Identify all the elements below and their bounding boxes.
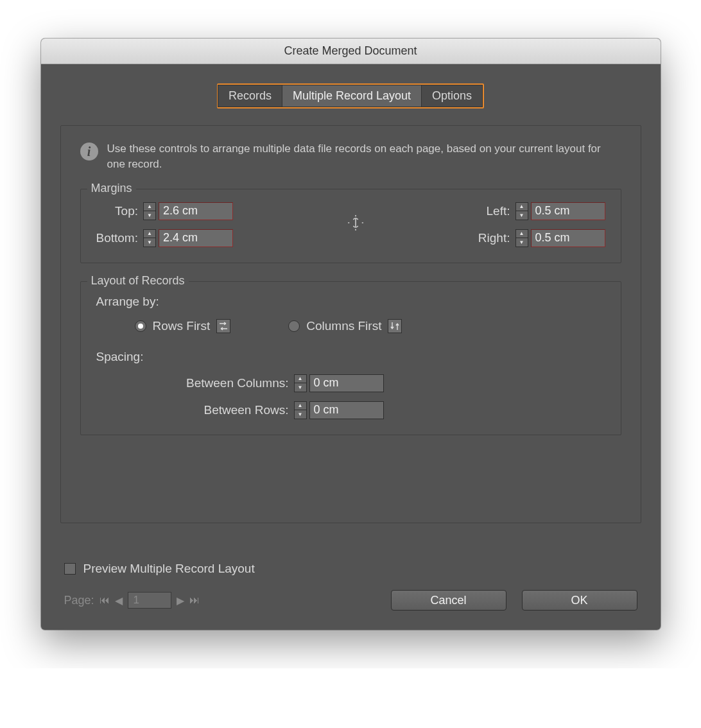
margin-right-input[interactable] [531, 229, 605, 247]
ok-button[interactable]: OK [522, 590, 637, 611]
arrange-by-radios: Rows First Columns First [135, 319, 605, 333]
margin-left-row: Left: ▲ ▼ [478, 202, 605, 220]
radio-icon [135, 320, 146, 332]
chevron-up-icon[interactable]: ▲ [144, 203, 155, 212]
dialog-title: Create Merged Document [284, 44, 417, 58]
rows-first-icon [216, 319, 230, 333]
info-text: Use these controls to arrange multiple d… [107, 141, 621, 172]
margin-left-label: Left: [487, 204, 510, 218]
margins-left-column: Top: ▲ ▼ Bottom: ▲ ▼ [96, 202, 233, 247]
radio-rows-first[interactable]: Rows First [135, 319, 231, 333]
margin-top-stepper[interactable]: ▲ ▼ [143, 202, 156, 220]
columns-first-label: Columns First [306, 319, 381, 333]
layout-legend: Layout of Records [87, 274, 189, 288]
page-label: Page: [64, 594, 94, 607]
link-margins-icon[interactable] [346, 214, 365, 234]
chevron-up-icon[interactable]: ▲ [295, 375, 306, 384]
create-merged-document-dialog: Create Merged Document Records Multiple … [41, 39, 661, 630]
dialog-bottom: Preview Multiple Record Layout Page: ⏮ ◀… [60, 562, 641, 611]
margin-top-row: Top: ▲ ▼ [96, 202, 233, 220]
chevron-down-icon[interactable]: ▼ [295, 383, 306, 392]
page-navigation: Page: ⏮ ◀ ▶ ⏭ [64, 592, 200, 609]
preview-checkbox[interactable] [64, 563, 76, 575]
radio-icon [288, 320, 300, 332]
chevron-up-icon[interactable]: ▲ [295, 402, 306, 411]
next-page-icon[interactable]: ▶ [177, 594, 184, 607]
chevron-down-icon[interactable]: ▼ [144, 211, 155, 220]
dialog-content: Records Multiple Record Layout Options i… [41, 64, 661, 630]
first-page-icon[interactable]: ⏮ [100, 594, 110, 606]
between-rows-stepper[interactable]: ▲ ▼ [294, 401, 307, 419]
chevron-up-icon[interactable]: ▲ [144, 230, 155, 239]
margin-left-stepper[interactable]: ▲ ▼ [515, 202, 528, 220]
chevron-down-icon[interactable]: ▼ [295, 410, 306, 419]
tab-records[interactable]: Records [218, 85, 282, 107]
titlebar: Create Merged Document [41, 39, 661, 64]
dialog-buttons: Cancel OK [391, 590, 637, 611]
margins-body: Top: ▲ ▼ Bottom: ▲ ▼ [96, 202, 605, 247]
chevron-down-icon[interactable]: ▼ [144, 238, 155, 247]
margin-right-label: Right: [478, 231, 510, 245]
margin-top-label: Top: [115, 204, 138, 218]
rows-first-label: Rows First [153, 319, 211, 333]
tabs: Records Multiple Record Layout Options [60, 83, 641, 108]
preview-checkbox-row: Preview Multiple Record Layout [64, 562, 637, 576]
margin-left-input[interactable] [531, 202, 605, 220]
tab-options[interactable]: Options [421, 85, 483, 107]
between-columns-input[interactable] [309, 374, 384, 392]
margins-fieldset: Margins Top: ▲ ▼ Bottom: [80, 189, 621, 263]
radio-columns-first[interactable]: Columns First [288, 319, 402, 333]
chevron-up-icon[interactable]: ▲ [516, 203, 528, 212]
margin-top-input[interactable] [159, 202, 233, 220]
chevron-down-icon[interactable]: ▼ [516, 211, 528, 220]
margin-bottom-row: Bottom: ▲ ▼ [96, 229, 233, 247]
page-number-input[interactable] [128, 592, 171, 609]
between-columns-label: Between Columns: [96, 376, 289, 390]
margin-bottom-input[interactable] [159, 229, 233, 247]
chevron-down-icon[interactable]: ▼ [516, 238, 528, 247]
between-rows-row: Between Rows: ▲ ▼ [96, 401, 605, 419]
tab-multiple-record-layout[interactable]: Multiple Record Layout [282, 85, 422, 107]
margin-right-row: Right: ▲ ▼ [478, 229, 605, 247]
chevron-up-icon[interactable]: ▲ [516, 230, 528, 239]
tabs-group: Records Multiple Record Layout Options [217, 83, 484, 108]
info-icon: i [80, 143, 98, 160]
cancel-button[interactable]: Cancel [391, 590, 506, 611]
preview-checkbox-label: Preview Multiple Record Layout [83, 562, 255, 576]
panel-frame: i Use these controls to arrange multiple… [60, 125, 641, 523]
between-columns-row: Between Columns: ▲ ▼ [96, 374, 605, 392]
columns-first-icon [388, 319, 402, 333]
footer-row: Page: ⏮ ◀ ▶ ⏭ Cancel OK [64, 590, 637, 611]
between-rows-label: Between Rows: [96, 403, 289, 417]
between-columns-stepper[interactable]: ▲ ▼ [294, 374, 307, 392]
spacing-rows: Between Columns: ▲ ▼ Between Rows: ▲ ▼ [96, 374, 605, 419]
prev-page-icon[interactable]: ◀ [115, 594, 123, 607]
margins-legend: Margins [87, 182, 136, 195]
spacing-label: Spacing: [96, 350, 605, 364]
margins-right-column: Left: ▲ ▼ Right: ▲ ▼ [478, 202, 605, 247]
layout-fieldset: Layout of Records Arrange by: Rows First [80, 281, 621, 435]
arrange-by-label: Arrange by: [96, 295, 605, 309]
margin-bottom-stepper[interactable]: ▲ ▼ [143, 229, 156, 247]
margin-bottom-label: Bottom: [96, 231, 138, 245]
margin-right-stepper[interactable]: ▲ ▼ [515, 229, 528, 247]
between-rows-input[interactable] [309, 401, 384, 419]
last-page-icon[interactable]: ⏭ [189, 594, 200, 606]
info-row: i Use these controls to arrange multiple… [80, 141, 621, 172]
